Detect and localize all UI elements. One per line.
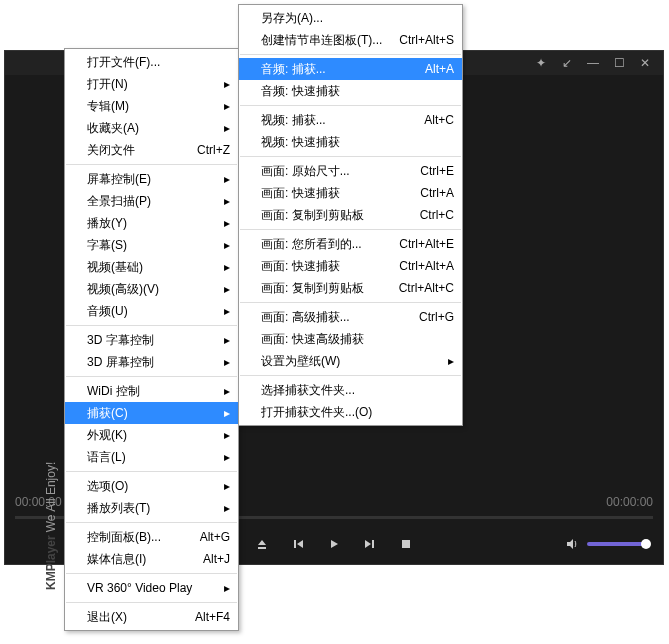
menu-separator xyxy=(66,164,237,165)
menu-item[interactable]: 播放列表(T)▸ xyxy=(65,497,238,519)
menu-item-shortcut: Ctrl+Alt+A xyxy=(399,259,454,273)
eject-icon[interactable] xyxy=(255,537,269,551)
menu-item[interactable]: 全景扫描(P)▸ xyxy=(65,190,238,212)
menu-item-shortcut: Alt+C xyxy=(424,113,454,127)
menu-item[interactable]: 视频: 快速捕获 xyxy=(239,131,462,153)
menu-item[interactable]: 收藏夹(A)▸ xyxy=(65,117,238,139)
menu-separator xyxy=(66,573,237,574)
menu-item[interactable]: 媒体信息(I)Alt+J xyxy=(65,548,238,570)
menu-item[interactable]: 画面: 复制到剪贴板Ctrl+Alt+C xyxy=(239,277,462,299)
pin-icon[interactable]: ✦ xyxy=(535,57,547,69)
menu-item[interactable]: 创建情节串连图板(T)...Ctrl+Alt+S xyxy=(239,29,462,51)
maximize-icon[interactable]: ☐ xyxy=(613,57,625,69)
close-icon[interactable]: ✕ xyxy=(639,57,651,69)
menu-item[interactable]: 语言(L)▸ xyxy=(65,446,238,468)
menu-item[interactable]: 视频: 捕获...Alt+C xyxy=(239,109,462,131)
menu-item[interactable]: 屏幕控制(E)▸ xyxy=(65,168,238,190)
menu-item[interactable]: 播放(Y)▸ xyxy=(65,212,238,234)
menu-item[interactable]: 外观(K)▸ xyxy=(65,424,238,446)
menu-item[interactable]: 音频(U)▸ xyxy=(65,300,238,322)
menu-item[interactable]: 另存为(A)... xyxy=(239,7,462,29)
menu-item[interactable]: 画面: 高级捕获...Ctrl+G xyxy=(239,306,462,328)
submenu-arrow-icon: ▸ xyxy=(220,355,230,369)
menu-item[interactable]: VR 360° Video Play▸ xyxy=(65,577,238,599)
menu-separator xyxy=(240,229,461,230)
menu-separator xyxy=(66,471,237,472)
menu-item[interactable]: 关闭文件Ctrl+Z xyxy=(65,139,238,161)
menu-item-shortcut: Alt+J xyxy=(203,552,230,566)
menu-item-shortcut: Ctrl+Alt+C xyxy=(399,281,454,295)
menu-item-label: 全景扫描(P) xyxy=(87,193,220,210)
menu-item-shortcut: Ctrl+E xyxy=(420,164,454,178)
menu-item[interactable]: WiDi 控制▸ xyxy=(65,380,238,402)
menu-item-label: 播放列表(T) xyxy=(87,500,220,517)
collapse-icon[interactable]: ↙ xyxy=(561,57,573,69)
menu-item-shortcut: Alt+A xyxy=(425,62,454,76)
submenu-arrow-icon: ▸ xyxy=(220,406,230,420)
menu-item-label: 3D 字幕控制 xyxy=(87,332,220,349)
menu-item-shortcut: Ctrl+Z xyxy=(197,143,230,157)
submenu-arrow-icon: ▸ xyxy=(220,304,230,318)
menu-item[interactable]: 打开捕获文件夹...(O) xyxy=(239,401,462,423)
next-icon[interactable] xyxy=(363,537,377,551)
menu-item-label: 画面: 快速捕获 xyxy=(261,185,410,202)
menu-item-label: 打开捕获文件夹...(O) xyxy=(261,404,454,421)
menu-item-label: 画面: 快速捕获 xyxy=(261,258,389,275)
submenu-arrow-icon: ▸ xyxy=(220,172,230,186)
menu-separator xyxy=(66,522,237,523)
play-icon[interactable] xyxy=(327,537,341,551)
menu-item[interactable]: 画面: 复制到剪贴板Ctrl+C xyxy=(239,204,462,226)
menu-item-label: 关闭文件 xyxy=(87,142,187,159)
menu-item-label: 另存为(A)... xyxy=(261,10,454,27)
menu-item[interactable]: 字幕(S)▸ xyxy=(65,234,238,256)
menu-item-label: 音频(U) xyxy=(87,303,220,320)
menu-item-label: 选项(O) xyxy=(87,478,220,495)
menu-item-label: 语言(L) xyxy=(87,449,220,466)
menu-item-label: 设置为壁纸(W) xyxy=(261,353,444,370)
menu-item[interactable]: 专辑(M)▸ xyxy=(65,95,238,117)
menu-item[interactable]: 设置为壁纸(W)▸ xyxy=(239,350,462,372)
time-total: 00:00:00 xyxy=(606,495,653,509)
menu-item-shortcut: Alt+G xyxy=(200,530,230,544)
menu-item-label: 画面: 复制到剪贴板 xyxy=(261,207,410,224)
menu-item[interactable]: 画面: 您所看到的...Ctrl+Alt+E xyxy=(239,233,462,255)
volume-thumb[interactable] xyxy=(641,539,651,549)
menu-item[interactable]: 打开(N)▸ xyxy=(65,73,238,95)
menu-item[interactable]: 视频(高级)(V)▸ xyxy=(65,278,238,300)
menu-item[interactable]: 视频(基础)▸ xyxy=(65,256,238,278)
menu-item-label: 3D 屏幕控制 xyxy=(87,354,220,371)
volume-slider[interactable] xyxy=(587,542,649,546)
menu-item-label: 字幕(S) xyxy=(87,237,220,254)
menu-item[interactable]: 画面: 快速高级捕获 xyxy=(239,328,462,350)
menu-item[interactable]: 音频: 快速捕获 xyxy=(239,80,462,102)
minimize-icon[interactable]: — xyxy=(587,57,599,69)
menu-item-label: 专辑(M) xyxy=(87,98,220,115)
volume-icon[interactable] xyxy=(565,537,579,551)
menu-item[interactable]: 打开文件(F)... xyxy=(65,51,238,73)
submenu-arrow-icon: ▸ xyxy=(220,121,230,135)
menu-separator xyxy=(240,375,461,376)
menu-item[interactable]: 选项(O)▸ xyxy=(65,475,238,497)
menu-item[interactable]: 画面: 快速捕获Ctrl+A xyxy=(239,182,462,204)
prev-icon[interactable] xyxy=(291,537,305,551)
menu-item[interactable]: 画面: 快速捕获Ctrl+Alt+A xyxy=(239,255,462,277)
menu-separator xyxy=(66,602,237,603)
menu-item[interactable]: 音频: 捕获...Alt+A xyxy=(239,58,462,80)
menu-separator xyxy=(240,54,461,55)
menu-item-shortcut: Ctrl+A xyxy=(420,186,454,200)
menu-item-label: 视频: 捕获... xyxy=(261,112,414,129)
submenu-arrow-icon: ▸ xyxy=(220,501,230,515)
menu-item[interactable]: 选择捕获文件夹... xyxy=(239,379,462,401)
menu-item-label: 捕获(C) xyxy=(87,405,220,422)
menu-item[interactable]: 退出(X)Alt+F4 xyxy=(65,606,238,628)
submenu-arrow-icon: ▸ xyxy=(220,384,230,398)
menu-item[interactable]: 捕获(C)▸ xyxy=(65,402,238,424)
menu-item[interactable]: 画面: 原始尺寸...Ctrl+E xyxy=(239,160,462,182)
menu-item-label: 播放(Y) xyxy=(87,215,220,232)
stop-icon[interactable] xyxy=(399,537,413,551)
submenu-arrow-icon: ▸ xyxy=(220,428,230,442)
menu-item[interactable]: 3D 字幕控制▸ xyxy=(65,329,238,351)
menu-item[interactable]: 控制面板(B)...Alt+G xyxy=(65,526,238,548)
menu-item[interactable]: 3D 屏幕控制▸ xyxy=(65,351,238,373)
menu-item-label: 打开(N) xyxy=(87,76,220,93)
